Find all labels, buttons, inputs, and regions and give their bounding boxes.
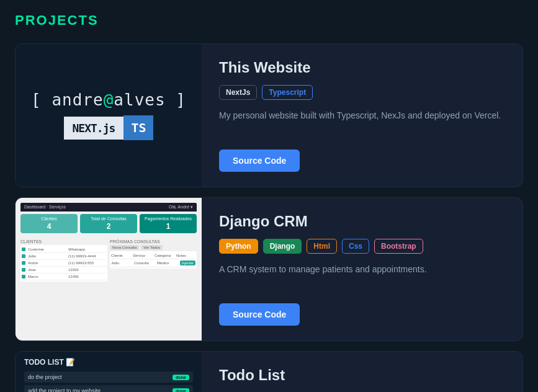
todo-app-header: TODO LIST 📝 — [24, 358, 193, 367]
django-appointments-table: PRÓXIMAS CONSULTAS Nova Consulta Ver Tod… — [110, 238, 197, 282]
tags-row: NextJs Typescript — [219, 85, 505, 100]
project-thumbnail-website: [ andre@alves ] NEXT.js TS — [16, 44, 202, 187]
project-info-todo: Todo List Typescript React Tailwindcss A… — [202, 352, 522, 392]
website-logos-row: NEXT.js TS — [64, 115, 154, 140]
project-thumbnail-django: Dashboard · Serviços Olá, André ▾ Client… — [16, 198, 202, 341]
tag-django: Django — [263, 239, 302, 254]
todo-item: do the project done — [24, 372, 193, 383]
project-thumbnail-todo: TODO LIST 📝 do the project done add the … — [16, 352, 202, 392]
tag-html: Html — [307, 239, 337, 254]
django-clients-table: CLIENTES Customer Whatsapp João (11) 999… — [20, 238, 107, 282]
projects-list: [ andre@alves ] NEXT.js TS This Website … — [15, 43, 523, 392]
page-title: PROJECTS — [15, 12, 523, 29]
tag-typescript: Typescript — [262, 85, 313, 100]
tag-bootstrap: Bootstrap — [374, 239, 423, 254]
typescript-logo: TS — [123, 115, 153, 140]
tag-nextjs: NextJs — [219, 85, 257, 100]
tag-python: Python — [219, 239, 258, 254]
django-stats-row: Clientes 4 Total de Consultas 2 Pagament… — [20, 214, 197, 233]
nextjs-logo: NEXT.js — [64, 117, 124, 140]
source-code-button[interactable]: Source Code — [219, 303, 300, 326]
project-card: Dashboard · Serviços Olá, André ▾ Client… — [15, 197, 523, 341]
project-name: Todo List — [219, 367, 505, 384]
website-terminal-text: [ andre@alves ] — [31, 91, 186, 109]
tags-row: Python Django Html Css Bootstrap — [219, 239, 505, 254]
project-info-django: Django CRM Python Django Html Css Bootst… — [202, 198, 522, 341]
project-description: My personal website built with Typescrip… — [219, 109, 505, 122]
source-code-button[interactable]: Source Code — [219, 149, 300, 172]
project-description: A CRM system to manage patients and appo… — [219, 262, 505, 276]
todo-item: add the project to my website done — [24, 385, 193, 392]
tag-css: Css — [342, 239, 369, 254]
stat-consultas: Total de Consultas 2 — [80, 214, 137, 233]
django-dashboard-header: Dashboard · Serviços Olá, André ▾ — [20, 203, 197, 212]
project-card: TODO LIST 📝 do the project done add the … — [15, 351, 523, 392]
project-name: Django CRM — [219, 213, 505, 230]
stat-clientes: Clientes 4 — [20, 214, 78, 233]
project-name: This Website — [219, 59, 505, 76]
project-info-website: This Website NextJs Typescript My person… — [202, 44, 522, 187]
project-card: [ andre@alves ] NEXT.js TS This Website … — [15, 43, 523, 187]
stat-pagamentos: Pagamentos Realizados 1 — [140, 214, 197, 233]
